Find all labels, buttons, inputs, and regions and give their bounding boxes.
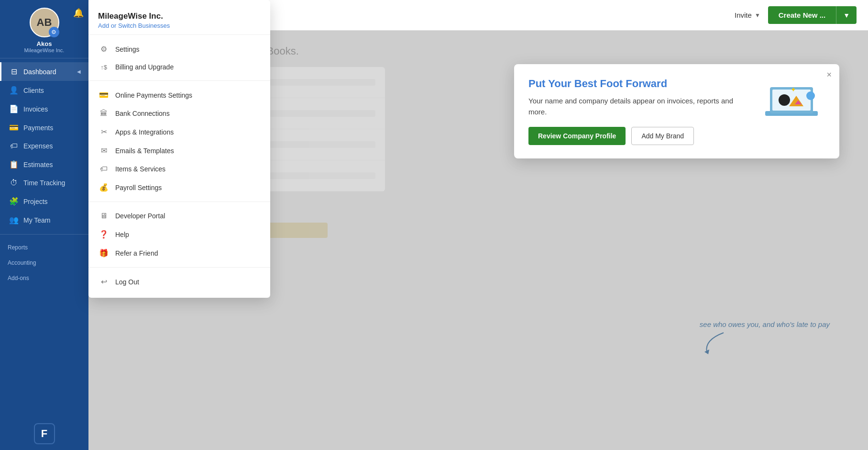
dropdown-item-developer-portal[interactable]: 🖥 Developer Portal xyxy=(88,207,270,225)
sidebar-label-dashboard: Dashboard xyxy=(23,68,56,76)
invite-button[interactable]: Invite ▼ xyxy=(735,11,760,19)
sidebar-section-reports[interactable]: Reports xyxy=(0,237,88,253)
sidebar: 🔔 AB ⚙ Akos MileageWise Inc. ⊟ Dashboard… xyxy=(0,0,88,450)
developer-icon: 🖥 xyxy=(99,212,109,220)
sidebar-item-estimates[interactable]: 📋 Estimates xyxy=(0,155,88,174)
sidebar-item-my-team[interactable]: 👥 My Team xyxy=(0,211,88,229)
close-button[interactable]: × xyxy=(826,70,832,80)
dropdown-header: MileageWise Inc. Add or Switch Businesse… xyxy=(88,5,270,35)
dropdown-section-3: 🖥 Developer Portal ❓ Help 🎁 Refer a Frie… xyxy=(88,205,270,264)
apps-icon: ✂ xyxy=(99,127,109,136)
sidebar-label-expenses: Expenses xyxy=(23,142,53,150)
sidebar-section-addons[interactable]: Add-ons xyxy=(0,268,88,283)
sidebar-item-time-tracking[interactable]: ⏱ Time Tracking xyxy=(0,174,88,192)
avatar-wrap: AB ⚙ xyxy=(30,8,59,37)
help-icon: ❓ xyxy=(99,230,109,239)
sidebar-label-my-team: My Team xyxy=(23,216,51,224)
sidebar-label-invoices: Invoices xyxy=(23,105,48,113)
sidebar-top: 🔔 AB ⚙ Akos MileageWise Inc. xyxy=(0,0,88,58)
online-payments-label: Online Payments Settings xyxy=(115,91,192,99)
popup-text: Put Your Best Foot Forward Your name and… xyxy=(528,78,747,145)
developer-label: Developer Portal xyxy=(115,212,165,220)
sidebar-item-invoices[interactable]: 📄 Invoices xyxy=(0,100,88,118)
sidebar-label-payments: Payments xyxy=(23,124,53,132)
payments-icon: 💳 xyxy=(9,123,19,132)
sidebar-item-payments[interactable]: 💳 Payments xyxy=(0,118,88,137)
sidebar-nav: ⊟ Dashboard ◀ 👤 Clients 📄 Invoices 💳 Pay… xyxy=(0,58,88,417)
payroll-icon: 💰 xyxy=(99,183,109,192)
dropdown-company-name: MileageWise Inc. xyxy=(98,11,261,21)
bell-icon[interactable]: 🔔 xyxy=(73,8,84,18)
sidebar-bottom: F xyxy=(0,417,88,450)
popup-card: × Put Your Best Foot Forward Your name a… xyxy=(514,64,839,158)
dropdown-item-items-services[interactable]: 🏷 Items & Services xyxy=(88,160,270,178)
refer-icon: 🎁 xyxy=(99,248,109,258)
review-company-profile-button[interactable]: Review Company Profile xyxy=(528,127,626,145)
sidebar-section-accounting[interactable]: Accounting xyxy=(0,253,88,268)
items-icon: 🏷 xyxy=(99,165,109,173)
projects-icon: 🧩 xyxy=(9,197,19,206)
dropdown-item-apps-integrations[interactable]: ✂ Apps & Integrations xyxy=(88,123,270,141)
online-payments-icon: 💳 xyxy=(99,90,109,100)
items-label: Items & Services xyxy=(115,165,165,173)
dropdown-item-help[interactable]: ❓ Help xyxy=(88,225,270,244)
dropdown-section-1: ⚙ Settings ↑$ Billing and Upgrade xyxy=(88,38,270,78)
sidebar-item-clients[interactable]: 👤 Clients xyxy=(0,81,88,100)
dropdown-item-logout[interactable]: ↩ Log Out xyxy=(88,272,270,291)
divider-2 xyxy=(88,202,270,202)
chevron-icon: ◀ xyxy=(77,69,81,74)
apps-label: Apps & Integrations xyxy=(115,128,174,136)
dropdown-item-payroll[interactable]: 💰 Payroll Settings xyxy=(88,178,270,197)
divider-3 xyxy=(88,267,270,268)
sidebar-label-clients: Clients xyxy=(23,87,44,94)
dropdown-menu: MileageWise Inc. Add or Switch Businesse… xyxy=(88,0,270,298)
help-label: Help xyxy=(115,231,129,238)
svg-point-4 xyxy=(779,94,790,106)
invoices-icon: 📄 xyxy=(9,104,19,113)
emails-icon: ✉ xyxy=(99,146,109,155)
invite-label: Invite xyxy=(735,11,752,19)
popup-title: Put Your Best Foot Forward xyxy=(528,78,747,90)
billing-icon: ↑$ xyxy=(99,64,109,71)
svg-point-6 xyxy=(806,91,815,100)
create-new-wrap: Create New ... ▼ xyxy=(768,6,857,24)
dropdown-item-bank-connections[interactable]: 🏛 Bank Connections xyxy=(88,104,270,123)
sidebar-label-time-tracking: Time Tracking xyxy=(23,179,65,187)
gear-badge-icon[interactable]: ⚙ xyxy=(49,27,59,37)
time-tracking-icon: ⏱ xyxy=(9,179,19,187)
add-my-brand-button[interactable]: Add My Brand xyxy=(631,127,694,145)
clients-icon: 👤 xyxy=(9,86,19,95)
billing-label: Billing and Upgrade xyxy=(115,63,174,71)
sidebar-item-projects[interactable]: 🧩 Projects xyxy=(0,192,88,211)
dropdown-item-billing[interactable]: ↑$ Billing and Upgrade xyxy=(88,58,270,76)
settings-icon: ⚙ xyxy=(99,45,109,54)
emails-label: Emails & Templates xyxy=(115,147,174,155)
settings-label: Settings xyxy=(115,45,140,53)
dropdown-item-emails-templates[interactable]: ✉ Emails & Templates xyxy=(88,141,270,160)
popup-actions: Review Company Profile Add My Brand xyxy=(528,127,747,145)
user-company: MileageWise Inc. xyxy=(24,47,65,53)
create-new-dropdown-button[interactable]: ▼ xyxy=(836,6,857,24)
switch-businesses-link[interactable]: Add or Switch Businesses xyxy=(98,22,170,29)
user-name: Akos xyxy=(37,40,52,47)
dropdown-item-refer-friend[interactable]: 🎁 Refer a Friend xyxy=(88,244,270,262)
popup-description: Your name and company details appear on … xyxy=(528,96,747,117)
dropdown-section-2: 💳 Online Payments Settings 🏛 Bank Connec… xyxy=(88,84,270,199)
divider-1 xyxy=(88,80,270,81)
dropdown-item-online-payments[interactable]: 💳 Online Payments Settings xyxy=(88,86,270,104)
freshbooks-logo: F xyxy=(34,423,55,444)
sidebar-item-expenses[interactable]: 🏷 Expenses xyxy=(0,137,88,155)
svg-text:✦: ✦ xyxy=(791,86,796,93)
logout-icon: ↩ xyxy=(99,277,109,286)
dashboard-icon: ⊟ xyxy=(9,67,19,76)
logout-label: Log Out xyxy=(115,278,139,286)
payroll-label: Payroll Settings xyxy=(115,184,162,191)
dropdown-item-settings[interactable]: ⚙ Settings xyxy=(88,40,270,58)
sidebar-item-dashboard[interactable]: ⊟ Dashboard ◀ xyxy=(0,62,88,81)
popup-illustration: ✦ xyxy=(758,78,825,132)
sidebar-label-estimates: Estimates xyxy=(23,161,53,169)
my-team-icon: 👥 xyxy=(9,215,19,225)
bank-icon: 🏛 xyxy=(99,109,109,118)
create-new-button[interactable]: Create New ... xyxy=(768,6,836,24)
sidebar-label-projects: Projects xyxy=(23,198,48,205)
